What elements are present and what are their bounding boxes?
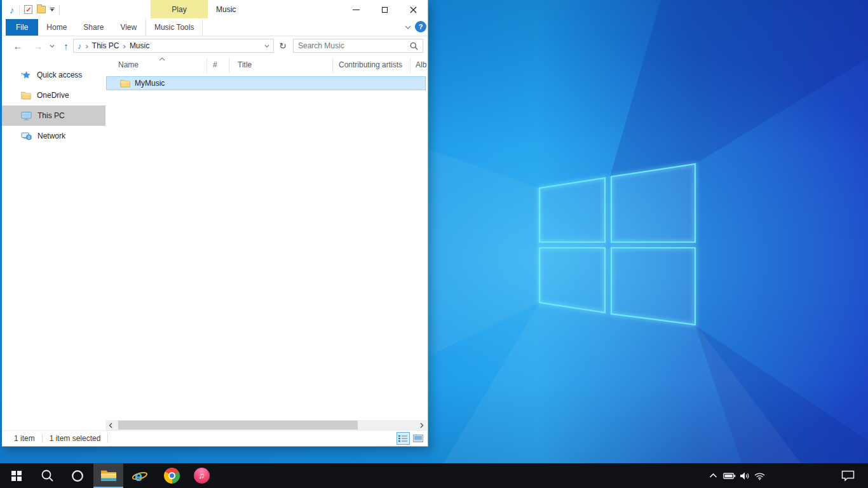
itunes-button[interactable]: ♫ bbox=[189, 463, 214, 488]
address-toolbar: ← → ↑ ♪ › This PC › Music ↻ bbox=[2, 36, 428, 56]
action-center-button[interactable] bbox=[839, 463, 857, 488]
properties-icon[interactable]: ✓ bbox=[24, 5, 32, 14]
quick-access-star-icon bbox=[21, 71, 31, 80]
column-headers: Name # Title Contributing artists Alb bbox=[105, 56, 428, 74]
column-resize-handle[interactable] bbox=[229, 58, 229, 72]
wifi-icon bbox=[754, 471, 766, 480]
quick-access-toolbar: ♪ ✓ bbox=[10, 0, 60, 19]
maximize-button[interactable] bbox=[370, 0, 399, 19]
internet-explorer-icon: e bbox=[132, 468, 148, 484]
show-hidden-icons-button[interactable] bbox=[707, 463, 719, 488]
sidebar-item-label: Network bbox=[37, 132, 65, 140]
breadcrumb-chevron[interactable]: › bbox=[123, 42, 126, 50]
action-center-icon bbox=[841, 470, 855, 481]
up-button[interactable]: ↑ bbox=[59, 36, 73, 56]
column-resize-handle[interactable] bbox=[410, 58, 410, 72]
this-pc-monitor-icon bbox=[21, 111, 32, 121]
column-header-track-number[interactable]: # bbox=[213, 60, 217, 69]
sidebar-item-onedrive[interactable]: OneDrive bbox=[2, 85, 105, 105]
volume-tray-icon[interactable] bbox=[737, 463, 752, 488]
cortana-button[interactable] bbox=[65, 463, 90, 488]
onedrive-folder-icon bbox=[21, 92, 31, 100]
large-icons-view-button[interactable] bbox=[411, 432, 424, 445]
horizontal-scrollbar[interactable] bbox=[105, 420, 427, 430]
help-button[interactable]: ? bbox=[415, 21, 426, 32]
address-dropdown-icon[interactable] bbox=[264, 44, 269, 48]
large-icons-view-icon bbox=[413, 435, 423, 442]
internet-explorer-button[interactable]: e bbox=[127, 463, 153, 488]
network-tray-icon[interactable] bbox=[752, 463, 767, 488]
view-toggles bbox=[397, 432, 424, 445]
search-icon bbox=[41, 469, 55, 483]
folder-icon bbox=[120, 79, 130, 88]
play-header-label: Play bbox=[172, 5, 186, 14]
tab-home[interactable]: Home bbox=[38, 19, 75, 36]
recent-locations-dropdown[interactable] bbox=[48, 36, 57, 56]
close-icon bbox=[410, 6, 417, 13]
chrome-button[interactable] bbox=[159, 463, 184, 488]
separator bbox=[42, 434, 43, 443]
cortana-icon bbox=[71, 469, 85, 483]
sidebar-item-label: Quick access bbox=[37, 71, 82, 79]
minimize-button[interactable] bbox=[342, 0, 370, 19]
address-bar[interactable]: ♪ › This PC › Music bbox=[73, 39, 274, 53]
battery-tray-icon[interactable] bbox=[722, 463, 737, 488]
file-explorer-window: ♪ ✓ Play Music File Home Share View Musi… bbox=[2, 0, 428, 447]
close-button[interactable] bbox=[399, 0, 428, 19]
column-resize-handle[interactable] bbox=[207, 58, 207, 72]
separator bbox=[107, 434, 108, 443]
taskbar-search-button[interactable] bbox=[35, 463, 60, 488]
tab-view[interactable]: View bbox=[112, 19, 145, 36]
column-resize-handle[interactable] bbox=[332, 58, 333, 72]
title-bar: ♪ ✓ Play Music bbox=[2, 0, 428, 19]
breadcrumb-this-pc[interactable]: This PC bbox=[92, 41, 119, 50]
column-header-album[interactable]: Alb bbox=[416, 60, 426, 69]
collapse-ribbon-button[interactable] bbox=[402, 22, 414, 33]
location-music-icon: ♪ bbox=[78, 42, 82, 50]
file-name: MyMusic bbox=[135, 79, 165, 88]
item-count: 1 item bbox=[14, 434, 35, 443]
chrome-icon bbox=[164, 468, 180, 484]
scrollbar-thumb[interactable] bbox=[118, 421, 358, 430]
status-bar: 1 item 1 item selected bbox=[2, 430, 428, 446]
tab-file[interactable]: File bbox=[6, 19, 38, 36]
minimize-icon bbox=[353, 10, 360, 10]
scroll-right-arrow[interactable] bbox=[417, 420, 426, 430]
scroll-left-arrow[interactable] bbox=[106, 420, 115, 430]
taskbar-file-explorer-button[interactable] bbox=[93, 463, 123, 488]
column-header-title[interactable]: Title bbox=[238, 60, 252, 69]
search-input[interactable] bbox=[298, 41, 410, 50]
explorer-main: Quick access OneDrive This PC bbox=[2, 56, 428, 430]
window-title: Music bbox=[216, 0, 236, 19]
new-folder-icon[interactable] bbox=[37, 6, 46, 13]
column-header-name[interactable]: Name bbox=[118, 60, 139, 69]
sidebar-item-network[interactable]: Network bbox=[2, 126, 105, 146]
search-icon[interactable] bbox=[410, 42, 418, 50]
ribbon-tabs: File Home Share View Music Tools bbox=[2, 19, 428, 36]
battery-icon bbox=[723, 472, 736, 480]
itunes-icon: ♫ bbox=[194, 468, 210, 484]
details-view-button[interactable] bbox=[397, 432, 410, 445]
refresh-button[interactable]: ↻ bbox=[276, 39, 290, 53]
start-button[interactable] bbox=[4, 463, 29, 488]
details-view-icon bbox=[398, 435, 408, 442]
breadcrumb-music[interactable]: Music bbox=[130, 41, 149, 50]
column-header-contributing-artists[interactable]: Contributing artists bbox=[339, 60, 402, 69]
selection-count: 1 item selected bbox=[50, 434, 101, 443]
sidebar-item-label: OneDrive bbox=[37, 91, 69, 100]
tab-music-tools[interactable]: Music Tools bbox=[146, 19, 203, 36]
sidebar-item-this-pc[interactable]: This PC bbox=[2, 105, 105, 126]
file-list-pane: Name # Title Contributing artists Alb My… bbox=[105, 56, 428, 430]
network-icon bbox=[21, 132, 32, 140]
forward-button[interactable]: → bbox=[31, 36, 45, 56]
sidebar-item-quick-access[interactable]: Quick access bbox=[2, 65, 105, 85]
chevron-down-icon bbox=[50, 44, 55, 48]
taskbar: e ♫ bbox=[0, 463, 868, 488]
back-button[interactable]: ← bbox=[11, 36, 25, 56]
file-row-mymusic[interactable]: MyMusic bbox=[106, 76, 426, 90]
customize-toolbar-dropdown-icon[interactable] bbox=[50, 8, 55, 11]
separator bbox=[59, 5, 60, 15]
breadcrumb-chevron[interactable]: › bbox=[86, 42, 88, 50]
app-music-note-icon: ♪ bbox=[10, 5, 15, 15]
tab-share[interactable]: Share bbox=[75, 19, 112, 36]
